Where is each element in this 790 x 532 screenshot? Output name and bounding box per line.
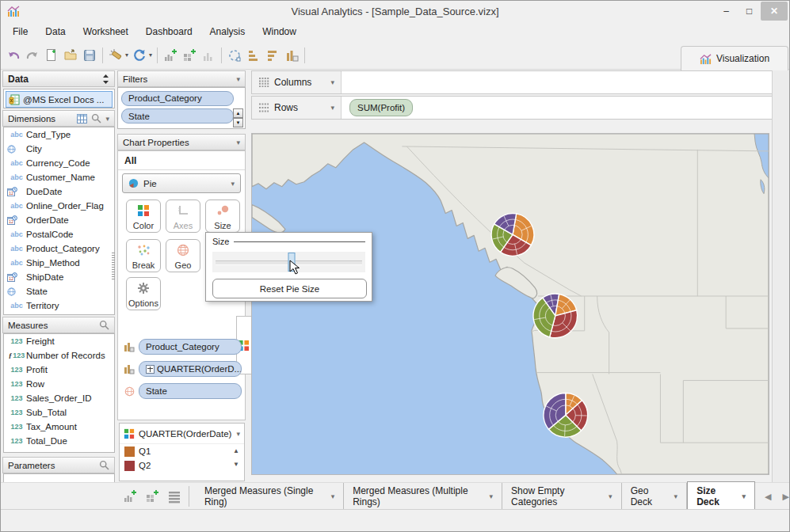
color-button[interactable]: Color bbox=[126, 200, 161, 233]
scroll-down-icon[interactable]: ▼ bbox=[233, 461, 239, 468]
rows-shelf-label[interactable]: Rows ▾ bbox=[252, 97, 342, 119]
dimension-field-row[interactable]: abc 12 123 ƒ123 PostalCode bbox=[4, 227, 114, 241]
property-shelf-row[interactable]: QUARTER(OrderD... bbox=[123, 360, 242, 378]
menu-item[interactable]: Analysis bbox=[201, 24, 254, 40]
save-icon[interactable] bbox=[80, 47, 99, 64]
dimension-field-row[interactable]: abc 12 123 ƒ123 Customer_Name bbox=[4, 170, 114, 184]
row-pill[interactable]: SUM(Profit) bbox=[349, 99, 413, 116]
property-shelf-row[interactable]: Product_Category bbox=[123, 338, 242, 355]
dimension-field-row[interactable]: abc 12 123 ƒ123 ShipDate bbox=[4, 270, 114, 284]
legend-header[interactable]: QUARTER(OrderDate) ▾ bbox=[120, 424, 244, 444]
sort-desc-bars-icon[interactable] bbox=[263, 47, 282, 64]
add-dashboard-icon[interactable] bbox=[180, 47, 199, 64]
scroll-up-icon[interactable]: ▲ bbox=[233, 447, 239, 454]
menu-item[interactable]: Data bbox=[36, 24, 74, 40]
menu-item[interactable]: Window bbox=[254, 24, 305, 40]
dimension-field-row[interactable]: abc 12 123 ƒ123 Online_Order_Flag bbox=[4, 199, 114, 213]
chevron-down-icon[interactable]: ▾ bbox=[330, 78, 334, 86]
search-icon[interactable] bbox=[99, 460, 109, 470]
measure-field-row[interactable]: abc 123 ƒ123 Freight bbox=[4, 334, 114, 348]
scroll-up-button[interactable]: ▲ bbox=[233, 108, 243, 118]
minimize-button[interactable]: – bbox=[715, 2, 738, 21]
chevron-down-icon[interactable]: ▾ bbox=[236, 430, 240, 438]
measure-field-row[interactable]: abc 123 ƒ123 Number of Records bbox=[4, 348, 114, 363]
tab-scroll-left-icon[interactable]: ◀ bbox=[765, 492, 771, 502]
measure-field-row[interactable]: abc 123 ƒ123 Sub_Total bbox=[4, 405, 114, 420]
deck-tab[interactable]: Merged Measures (Single Ring) ▾ bbox=[196, 483, 344, 510]
chart-type-select[interactable]: Pie ▾ bbox=[122, 173, 241, 193]
bar-box-icon[interactable] bbox=[282, 47, 301, 64]
shelf-pill[interactable]: Product_Category bbox=[139, 339, 242, 355]
close-button[interactable]: ✕ bbox=[761, 2, 788, 21]
collapsed-right-panel[interactable] bbox=[772, 70, 790, 509]
deck-tab[interactable]: Merged Measures (Multiple Rings) ▾ bbox=[344, 483, 502, 510]
chevron-down-icon[interactable]: ▾ bbox=[609, 492, 613, 500]
reset-pie-size-button[interactable]: Reset Pie Size bbox=[212, 279, 367, 298]
chevron-down-icon[interactable]: ▾ bbox=[490, 492, 494, 500]
data-source-item[interactable]: @MS Excel Docs ... bbox=[6, 91, 113, 108]
view-data-table-icon[interactable] bbox=[77, 114, 87, 124]
expand-icon[interactable] bbox=[146, 365, 155, 374]
deck-tab[interactable]: Show Empty Categories ▾ bbox=[502, 483, 622, 510]
geo-button[interactable]: Geo bbox=[166, 239, 200, 272]
shelf-pill[interactable]: State bbox=[139, 383, 242, 399]
dimension-field-row[interactable]: abc 12 123 ƒ123 Ship_Method bbox=[4, 256, 114, 270]
filter-pill[interactable]: State bbox=[121, 108, 234, 124]
measure-field-row[interactable]: abc 123 ƒ123 Sales_Order_ID bbox=[4, 391, 114, 405]
open-icon[interactable] bbox=[61, 47, 80, 64]
search-icon[interactable] bbox=[99, 320, 109, 330]
chevron-down-icon[interactable]: ▾ bbox=[236, 75, 240, 83]
legend-item[interactable]: Q2 bbox=[120, 458, 244, 473]
shelf-pill[interactable]: QUARTER(OrderD... bbox=[139, 361, 242, 377]
measure-field-row[interactable]: abc 123 ƒ123 Total_Due bbox=[4, 434, 114, 448]
sort-bars-icon[interactable] bbox=[244, 47, 263, 64]
dimension-field-row[interactable]: abc 12 123 ƒ123 Territory bbox=[4, 298, 114, 313]
swap-axes-icon[interactable] bbox=[102, 74, 109, 84]
new-document-icon[interactable] bbox=[42, 47, 61, 64]
lasso-select-icon[interactable] bbox=[225, 47, 244, 64]
size-button[interactable]: Size bbox=[205, 200, 240, 233]
maximize-button[interactable]: □ bbox=[738, 2, 761, 21]
scroll-down-button[interactable]: ▼ bbox=[233, 118, 243, 127]
format-painter-icon[interactable] bbox=[106, 47, 125, 64]
dimension-field-row[interactable]: abc 12 123 ƒ123 Currency_Code bbox=[4, 156, 114, 170]
dimension-field-row[interactable]: abc 12 123 ƒ123 DueDate bbox=[4, 184, 114, 199]
refresh-icon[interactable] bbox=[130, 47, 149, 64]
dimension-field-row[interactable]: abc 12 123 ƒ123 Card_Type bbox=[4, 127, 114, 142]
chevron-down-icon[interactable]: ▾ bbox=[330, 104, 334, 112]
refresh-dropdown-icon[interactable]: ▾ bbox=[149, 51, 152, 59]
menu-item[interactable]: File bbox=[4, 24, 36, 40]
chevron-down-icon[interactable]: ▾ bbox=[331, 492, 335, 500]
chevron-down-icon[interactable]: ▾ bbox=[105, 115, 109, 123]
measure-field-row[interactable]: abc 123 ƒ123 Row bbox=[4, 377, 114, 391]
dimension-field-row[interactable]: abc 12 123 ƒ123 City bbox=[4, 142, 114, 156]
redo-icon[interactable] bbox=[23, 47, 42, 64]
tab-visualization[interactable]: Visualization bbox=[681, 46, 788, 70]
undo-icon[interactable] bbox=[4, 47, 23, 64]
measure-field-row[interactable]: abc 123 ƒ123 Profit bbox=[4, 363, 114, 377]
break-button[interactable]: Break bbox=[126, 239, 161, 272]
panel-splitter-handle[interactable] bbox=[112, 253, 115, 281]
chevron-down-icon[interactable]: ▾ bbox=[236, 139, 240, 146]
tab-scroll-right-icon[interactable]: ▶ bbox=[783, 492, 789, 502]
chevron-down-icon[interactable]: ▾ bbox=[674, 492, 678, 500]
deck-tab[interactable]: Size Deck ▾ bbox=[687, 481, 755, 510]
add-chart-icon[interactable] bbox=[161, 47, 180, 64]
deck-tab[interactable]: Geo Deck ▾ bbox=[622, 483, 688, 510]
menu-item[interactable]: Worksheet bbox=[74, 24, 137, 40]
dimension-field-row[interactable]: abc 12 123 ƒ123 OrderDate bbox=[4, 213, 114, 227]
columns-shelf-label[interactable]: Columns ▾ bbox=[252, 71, 342, 93]
dimension-field-row[interactable]: abc 12 123 ƒ123 State bbox=[4, 284, 114, 298]
search-icon[interactable] bbox=[91, 113, 101, 124]
menu-item[interactable]: Dashboard bbox=[137, 24, 201, 40]
dimension-field-row[interactable]: abc 12 123 ƒ123 Product_Category bbox=[4, 241, 114, 256]
map-visualization[interactable] bbox=[251, 133, 769, 475]
property-shelf-row[interactable]: State bbox=[123, 382, 242, 400]
new-dashboard-icon[interactable] bbox=[144, 488, 160, 504]
format-painter-dropdown-icon[interactable]: ▾ bbox=[125, 51, 128, 59]
legend-item[interactable]: Q1 bbox=[120, 444, 244, 458]
measure-field-row[interactable]: abc 123 ƒ123 Tax_Amount bbox=[4, 420, 114, 434]
chevron-down-icon[interactable]: ▾ bbox=[742, 492, 746, 500]
worksheet-list-icon[interactable] bbox=[166, 488, 182, 504]
filter-pill[interactable]: Product_Category bbox=[121, 91, 234, 106]
